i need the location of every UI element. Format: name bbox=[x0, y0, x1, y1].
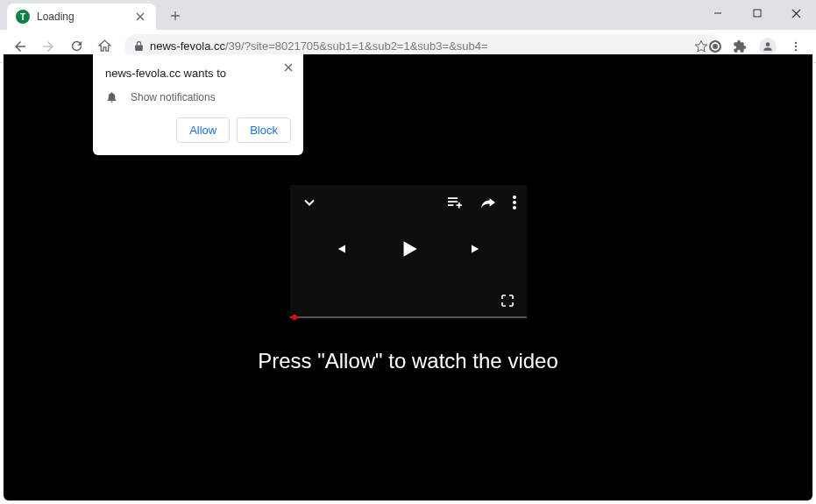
tab-favicon: T bbox=[16, 10, 30, 24]
url-text: news-fevola.cc/39/?site=8021705&sub1=1&s… bbox=[150, 39, 692, 53]
video-player bbox=[290, 185, 527, 318]
browser-tab[interactable]: T Loading bbox=[7, 4, 156, 30]
svg-point-5 bbox=[513, 201, 516, 204]
fullscreen-icon[interactable] bbox=[500, 294, 514, 308]
permission-title: news-fevola.cc wants to bbox=[105, 67, 291, 80]
next-track-icon[interactable] bbox=[469, 241, 485, 257]
permission-item: Show notifications bbox=[105, 90, 291, 103]
permission-item-label: Show notifications bbox=[131, 91, 216, 103]
svg-point-6 bbox=[513, 206, 516, 209]
new-tab-button[interactable] bbox=[163, 4, 188, 28]
previous-track-icon[interactable] bbox=[332, 241, 348, 257]
svg-point-2 bbox=[795, 45, 797, 46]
share-icon[interactable] bbox=[479, 195, 497, 209]
bell-icon bbox=[105, 90, 118, 103]
svg-point-1 bbox=[795, 41, 797, 43]
more-icon[interactable] bbox=[513, 195, 516, 209]
lock-icon[interactable] bbox=[133, 40, 145, 52]
chevron-down-icon[interactable] bbox=[301, 194, 318, 211]
progress-bar[interactable] bbox=[290, 316, 527, 318]
svg-rect-0 bbox=[754, 10, 761, 17]
svg-point-4 bbox=[513, 195, 516, 199]
titlebar: T Loading bbox=[0, 0, 816, 30]
playlist-add-icon[interactable] bbox=[446, 195, 464, 209]
svg-point-3 bbox=[795, 48, 797, 50]
page-content: news-fevola.cc wants to Show notificatio… bbox=[4, 54, 812, 500]
window-controls bbox=[698, 0, 816, 26]
allow-button[interactable]: Allow bbox=[176, 117, 230, 143]
tab-close-icon[interactable] bbox=[133, 10, 147, 24]
permission-prompt: news-fevola.cc wants to Show notificatio… bbox=[93, 54, 303, 155]
tab-title: Loading bbox=[37, 11, 133, 23]
play-icon[interactable] bbox=[397, 236, 420, 262]
maximize-button[interactable] bbox=[737, 0, 777, 26]
minimize-button[interactable] bbox=[698, 0, 737, 26]
block-button[interactable]: Block bbox=[237, 117, 291, 143]
permission-close-icon[interactable] bbox=[280, 60, 296, 75]
progress-handle[interactable] bbox=[292, 315, 297, 320]
page-caption: Press "Allow" to watch the video bbox=[4, 349, 812, 373]
close-window-button[interactable] bbox=[777, 0, 816, 26]
